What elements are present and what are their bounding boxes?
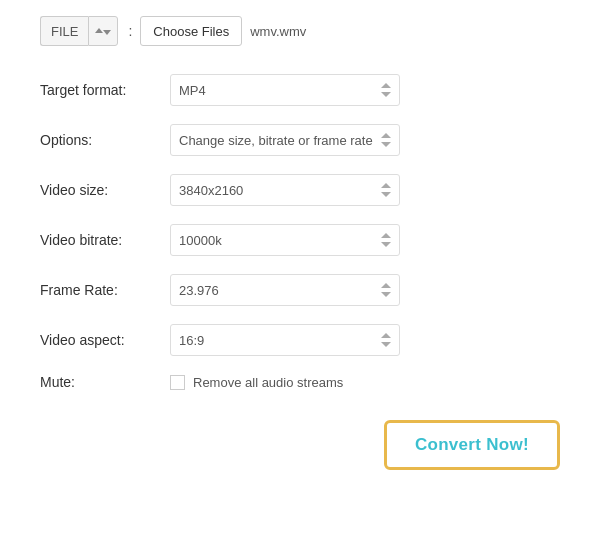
mute-checkbox-label: Remove all audio streams — [193, 375, 343, 390]
target-format-label: Target format: — [40, 82, 170, 98]
mute-checkbox[interactable] — [170, 375, 185, 390]
frame-rate-select[interactable]: 23.976 — [170, 274, 400, 306]
frame-rate-label: Frame Rate: — [40, 282, 170, 298]
options-select[interactable]: Change size, bitrate or frame rate — [170, 124, 400, 156]
video-aspect-label: Video aspect: — [40, 332, 170, 348]
video-size-row: Video size: 3840x2160 — [40, 174, 560, 206]
file-type-group: FILE — [40, 16, 118, 46]
options-row: Options: Change size, bitrate or frame r… — [40, 124, 560, 156]
arrow-down-icon — [103, 30, 111, 35]
options-label: Options: — [40, 132, 170, 148]
convert-now-button[interactable]: Convert Now! — [384, 420, 560, 470]
mute-row: Mute: Remove all audio streams — [40, 374, 560, 390]
arrow-up-icon — [95, 28, 103, 33]
video-bitrate-select[interactable]: 10000k — [170, 224, 400, 256]
file-row: FILE : Choose Files wmv.wmv — [40, 16, 560, 46]
frame-rate-row: Frame Rate: 23.976 — [40, 274, 560, 306]
video-aspect-row: Video aspect: 16:9 — [40, 324, 560, 356]
video-size-label: Video size: — [40, 182, 170, 198]
video-bitrate-row: Video bitrate: 10000k — [40, 224, 560, 256]
video-bitrate-label: Video bitrate: — [40, 232, 170, 248]
file-name-label: wmv.wmv — [250, 24, 306, 39]
video-aspect-select[interactable]: 16:9 — [170, 324, 400, 356]
target-format-row: Target format: MP4 — [40, 74, 560, 106]
choose-files-button[interactable]: Choose Files — [140, 16, 242, 46]
colon-separator: : — [128, 23, 132, 39]
video-size-select[interactable]: 3840x2160 — [170, 174, 400, 206]
convert-area: Convert Now! — [40, 420, 560, 470]
file-type-button[interactable]: FILE — [40, 16, 88, 46]
target-format-select[interactable]: MP4 — [170, 74, 400, 106]
file-type-dropdown-button[interactable] — [88, 16, 118, 46]
mute-label: Mute: — [40, 374, 170, 390]
main-container: FILE : Choose Files wmv.wmv Target forma… — [0, 0, 600, 490]
